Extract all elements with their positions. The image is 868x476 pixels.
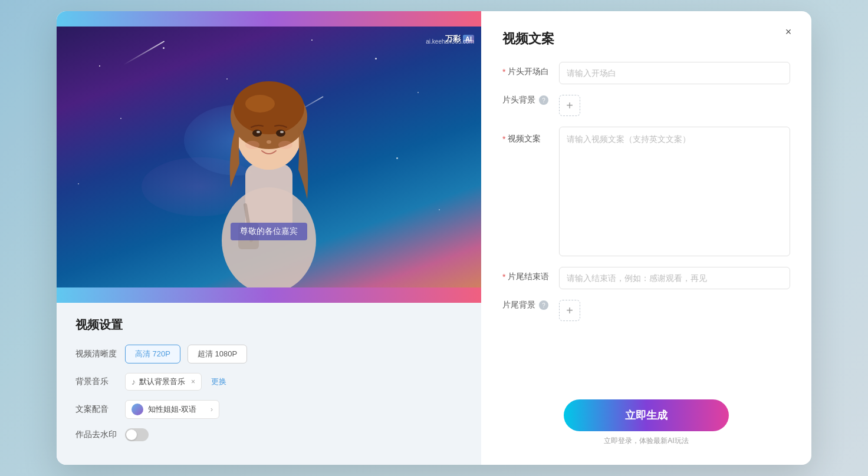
header-bg-help-icon[interactable]: ? [539,95,548,105]
music-label: 背景音乐 [75,376,118,387]
footer-bg-help-icon[interactable]: ? [539,300,548,310]
toggle-knob [126,429,137,440]
main-modal: 万彩 AI ai.keehan365.com 尊敬的各位嘉宾 视频设置 视频清晰… [57,11,811,465]
left-panel: 万彩 AI ai.keehan365.com 尊敬的各位嘉宾 视频设置 视频清晰… [57,11,481,465]
intro-label: * 片头开场白 [502,62,550,77]
top-gradient-bar [57,11,481,27]
svg-point-11 [267,140,271,144]
outro-label: * 片尾结束语 [502,267,550,282]
intro-input[interactable] [559,62,790,84]
right-panel-inner: * 片头开场白 片头背景 ? + * [502,62,790,446]
modal-overlay: 万彩 AI ai.keehan365.com 尊敬的各位嘉宾 视频设置 视频清晰… [0,0,868,476]
svg-point-13 [278,141,292,149]
generate-btn[interactable]: 立即生成 [564,399,729,431]
music-name: 默认背景音乐 [139,376,185,387]
video-subtitle: 尊敬的各位嘉宾 [231,223,307,240]
header-bg-label: 片头背景 ? [502,95,550,105]
video-preview: 万彩 AI ai.keehan365.com 尊敬的各位嘉宾 [57,27,481,288]
music-row: 背景音乐 ♪ 默认背景音乐 × 更换 [75,373,462,391]
character-svg [192,58,346,287]
add-footer-bg-btn[interactable]: + [559,300,580,321]
panel-title: 视频文案 [502,30,790,48]
footer-bg-row: 片尾背景 ? + [502,300,790,321]
quality-label: 视频清晰度 [75,349,118,359]
generate-section: 立即生成 立即登录，体验最新AI玩法 [502,399,790,446]
voice-row: 文案配音 知性姐姐-双语 › [75,400,462,419]
right-panel: × 视频文案 * 片头开场白 片头背景 ? [481,11,811,465]
watermark-domain: ai.keehan365.com [426,38,474,45]
remove-music-btn[interactable]: × [191,378,195,386]
settings-title: 视频设置 [75,317,462,333]
svg-point-10 [280,131,284,133]
voice-label: 文案配音 [75,404,118,415]
video-copy-row: * 视频文案 [502,127,790,256]
watermark-row: 作品去水印 [75,428,462,441]
settings-panel: 视频设置 视频清晰度 高清 720P 超清 1080P 背景音乐 ♪ 默认背景音… [57,303,481,465]
footer-bg-label: 片尾背景 ? [502,300,550,310]
svg-point-7 [252,130,262,137]
svg-point-6 [245,95,275,113]
quality-1080p-btn[interactable]: 超清 1080P [188,345,247,363]
outro-row: * 片尾结束语 [502,267,790,289]
header-bg-row: 片头背景 ? + [502,95,790,116]
video-copy-required-mark: * [502,134,505,144]
chevron-right-icon: › [211,405,213,414]
video-copy-textarea[interactable] [559,127,790,256]
bottom-gradient-bar [57,287,481,303]
generate-hint: 立即登录，体验最新AI玩法 [604,436,688,446]
music-icon: ♪ [131,377,136,386]
voice-avatar [131,404,143,415]
intro-required-mark: * [502,67,505,77]
watermark-toggle-label: 作品去水印 [75,429,118,440]
svg-point-8 [276,130,285,137]
video-copy-label: * 视频文案 [502,127,550,144]
replace-music-btn[interactable]: 更换 [209,376,229,387]
quality-row: 视频清晰度 高清 720P 超清 1080P [75,345,462,363]
svg-point-9 [257,131,260,133]
close-modal-btn[interactable]: × [780,23,797,41]
watermark-toggle[interactable] [125,428,149,441]
voice-name: 知性姐姐-双语 [148,404,196,415]
svg-point-12 [245,141,259,149]
video-thumbnail: 万彩 AI ai.keehan365.com 尊敬的各位嘉宾 [57,27,481,288]
voice-selector[interactable]: 知性姐姐-双语 › [125,400,219,419]
quality-720p-btn[interactable]: 高清 720P [125,345,180,363]
intro-row: * 片头开场白 [502,62,790,84]
music-tag: ♪ 默认背景音乐 × [125,373,202,391]
add-header-bg-btn[interactable]: + [559,95,580,116]
outro-required-mark: * [502,272,505,282]
outro-input[interactable] [559,267,790,289]
